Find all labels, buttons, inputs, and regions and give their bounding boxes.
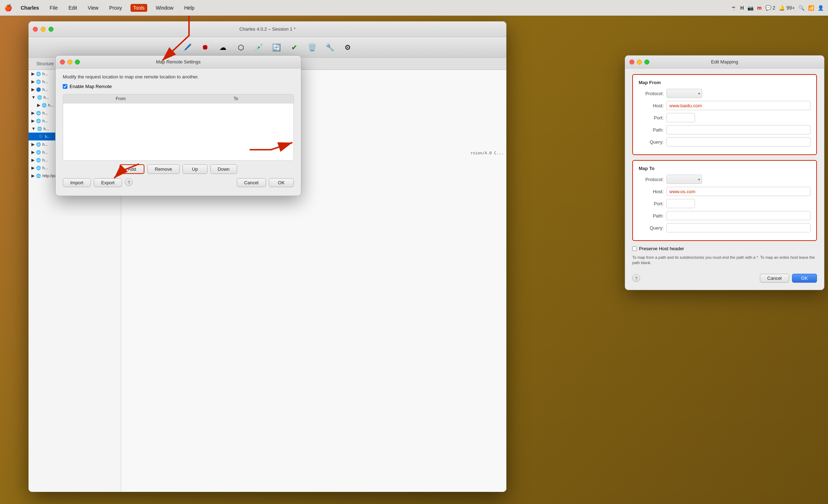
map-from-port-input[interactable] [666,113,695,122]
arrow-icon-6: ▶ [31,110,35,115]
window-controls [33,27,53,32]
validate-button[interactable]: ✔ [287,41,301,54]
footer-right-buttons: Cancel OK [237,178,294,187]
user-icon[interactable]: 👤 [818,5,824,11]
map-from-protocol-wrapper: http https [666,89,702,98]
coffee-icon[interactable]: ☕ [731,5,737,11]
map-to-query-row: Query: [639,223,811,232]
edit-dialog-max-button[interactable] [644,60,649,65]
add-button[interactable]: Add [119,164,144,174]
chat-icon[interactable]: 💬 2 [765,5,776,11]
wifi-icon[interactable]: 📶 [808,5,814,11]
dialog-min-button[interactable] [67,60,72,65]
sidebar-item-label-11: h... [42,150,48,154]
remove-button[interactable]: Remove [147,164,179,174]
arrow-icon-13: ▶ [31,165,35,170]
arrow-icon-8: ▼ [31,126,36,131]
arrow-icon-2: ▶ [31,79,35,84]
map-to-protocol-row: Protocol: http https [639,175,811,184]
preserve-host-row: Preserve Host header [632,246,817,251]
map-to-path-input[interactable] [666,211,811,220]
menubar-view[interactable]: View [86,4,101,11]
import-button[interactable]: Import [63,178,91,187]
arrow-icon-11: ▶ [31,150,35,155]
sidebar-item-label-4: h... [44,95,49,99]
menubar-charles[interactable]: Charles [19,4,41,11]
edit-dialog-min-button[interactable] [637,60,642,65]
map-from-path-input[interactable] [666,125,811,134]
menubar-help[interactable]: Help [182,4,196,11]
map-to-port-label: Port: [639,201,664,206]
map-remote-dialog-title: Map Remote Settings [156,59,200,65]
globe-icon-5: 🌐 [42,103,47,108]
map-to-port-input[interactable] [666,199,695,208]
minimize-button[interactable] [41,27,46,32]
toolbar-btn-1[interactable]: 🖊️ [180,41,194,54]
menubar-right-icons: ☕ H 📷 m 💬 2 🔔 99+ 🔍 📶 👤 [731,5,824,11]
dialog-max-button[interactable] [75,60,80,65]
export-button[interactable]: Export [94,178,122,187]
map-to-path-row: Path: [639,211,811,220]
preserve-host-checkbox[interactable] [632,246,637,251]
rewrite-button[interactable]: 💉 [252,41,265,54]
help-button[interactable]: ? [125,178,133,186]
down-button[interactable]: Down [210,164,237,174]
map-to-host-label: Host: [639,189,664,194]
m-icon[interactable]: m [757,5,761,11]
globe-icon-4: 🌐 [37,95,42,100]
map-to-port-row: Port: [639,199,811,208]
tools-button[interactable]: 🔧 [323,41,337,54]
maximize-button[interactable] [48,27,53,32]
edit-dialog-ok-button[interactable]: OK [792,274,817,283]
dialog-close-button[interactable] [60,60,65,65]
globe-icon-14: 🌐 [36,174,41,178]
breakpoints-button[interactable]: ⬡ [234,41,247,54]
menubar-proxy[interactable]: Proxy [107,4,124,11]
up-button[interactable]: Up [183,164,208,174]
h-icon[interactable]: H [740,5,744,11]
map-from-query-label: Query: [639,139,664,145]
refresh-button[interactable]: 🔄 [270,41,283,54]
map-to-host-row: Host: [639,187,811,196]
mapping-table-header: From To [63,94,293,103]
edit-dialog-close-button[interactable] [629,60,634,65]
menubar-tools[interactable]: Tools [131,4,147,12]
bell-icon[interactable]: 🔔 99+ [779,5,795,11]
menubar-file[interactable]: File [47,4,60,11]
mapping-table-body[interactable] [63,103,293,160]
edit-dialog-help-button[interactable]: ? [632,274,640,282]
tab-structure[interactable]: Structure [31,59,59,69]
sidebar-item-label-3: h... [42,87,48,92]
mapping-control-buttons: Add Remove Up Down [63,164,294,174]
map-to-label: Map To [639,166,811,171]
cancel-button[interactable]: Cancel [237,178,266,187]
menubar-edit[interactable]: Edit [66,4,79,11]
sidebar-item-label-12: h... [42,158,48,162]
enable-map-remote-checkbox[interactable] [63,84,67,89]
clear-button[interactable]: 🗑️ [305,41,319,54]
camera-icon[interactable]: 📷 [747,5,753,11]
map-to-query-input[interactable] [666,223,811,232]
apple-menu[interactable]: 🍎 [4,4,12,12]
menubar-window[interactable]: Window [154,4,176,11]
map-to-host-input[interactable] [666,187,811,196]
map-from-host-input[interactable] [666,101,811,110]
hint-text: To map from a path and its subdirectorie… [632,255,817,266]
close-button[interactable] [33,27,38,32]
arrow-icon-12: ▶ [31,158,35,163]
sidebar-item-label-9: h... [45,134,50,139]
record-button[interactable]: ⏺ [198,41,212,54]
ok-button[interactable]: OK [269,178,294,187]
map-from-protocol-select[interactable]: http https [666,89,702,98]
globe-icon-9: 🔵 [39,134,44,139]
globe-icon-12: 🌐 [36,158,41,163]
search-icon[interactable]: 🔍 [798,5,804,11]
map-to-protocol-select[interactable]: http https [666,175,702,184]
map-from-query-input[interactable] [666,137,811,146]
map-to-section: Map To Protocol: http https Host: Port: [632,160,817,241]
settings-button[interactable]: ⚙ [341,41,354,54]
edit-dialog-cancel-button[interactable]: Cancel [760,274,789,283]
globe-icon-1: 🌐 [36,72,41,76]
map-from-port-label: Port: [639,115,664,120]
throttle-button[interactable]: ☁ [216,41,230,54]
